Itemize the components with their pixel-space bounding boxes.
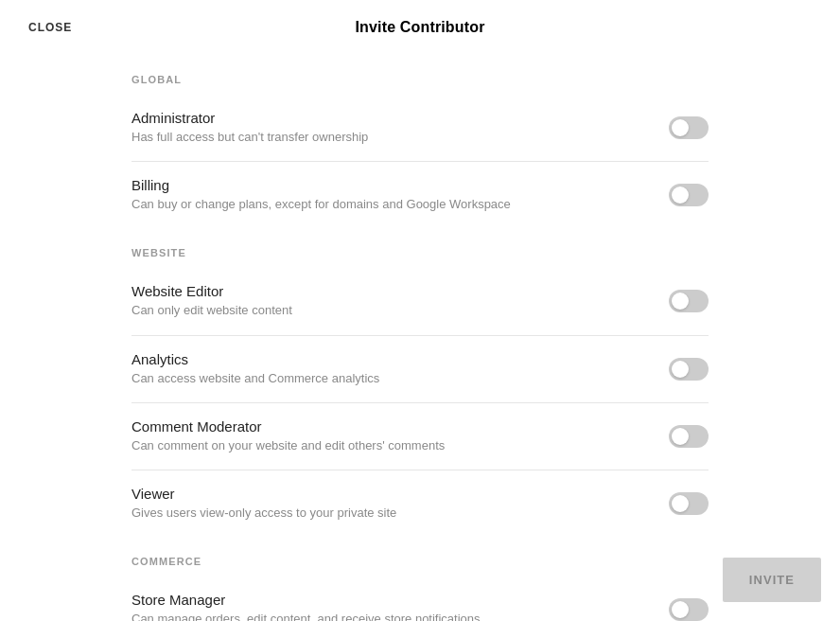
top-bar: CLOSE Invite Contributor (0, 0, 840, 55)
toggle-track-analytics (669, 358, 709, 381)
permission-name-viewer: Viewer (131, 486, 650, 502)
permission-desc-viewer: Gives users view-only access to your pri… (131, 505, 650, 522)
section-label-global: GLOBAL (131, 74, 709, 85)
toggle-thumb-store-manager (672, 601, 689, 618)
permission-desc-website-editor: Can only edit website content (131, 302, 650, 319)
toggle-thumb-administrator (672, 119, 689, 136)
page-title: Invite Contributor (355, 19, 484, 36)
toggle-billing[interactable] (669, 184, 709, 206)
toggle-store-manager[interactable] (669, 598, 709, 621)
permission-row-store-manager: Store ManagerCan manage orders, edit con… (131, 577, 709, 621)
permission-name-store-manager: Store Manager (131, 592, 650, 608)
section-label-website: WEBSITE (131, 247, 709, 258)
permission-info-website-editor: Website EditorCan only edit website cont… (131, 283, 669, 319)
toggle-thumb-billing (672, 186, 689, 204)
toggle-thumb-viewer (672, 495, 689, 512)
toggle-track-billing (669, 184, 709, 206)
permission-row-viewer: ViewerGives users view-only access to yo… (131, 470, 709, 537)
permission-desc-billing: Can buy or change plans, except for doma… (131, 196, 650, 213)
toggle-track-administrator (669, 116, 709, 139)
toggle-viewer[interactable] (669, 492, 709, 515)
toggle-analytics[interactable] (669, 358, 709, 381)
permission-info-comment-moderator: Comment ModeratorCan comment on your web… (131, 418, 669, 454)
section-website: WEBSITEWebsite EditorCan only edit websi… (131, 247, 709, 537)
section-global: GLOBALAdministratorHas full access but c… (131, 74, 709, 228)
toggle-administrator[interactable] (669, 116, 709, 139)
toggle-track-comment-moderator (669, 425, 709, 448)
permission-name-comment-moderator: Comment Moderator (131, 418, 650, 435)
section-commerce: COMMERCEStore ManagerCan manage orders, … (131, 556, 709, 621)
permission-info-administrator: AdministratorHas full access but can't t… (131, 110, 669, 146)
permission-info-billing: BillingCan buy or change plans, except f… (131, 177, 669, 213)
toggle-thumb-website-editor (672, 293, 689, 310)
permission-row-website-editor: Website EditorCan only edit website cont… (131, 268, 709, 335)
toggle-website-editor[interactable] (669, 290, 709, 312)
permission-name-administrator: Administrator (131, 110, 650, 126)
section-label-commerce: COMMERCE (131, 556, 709, 567)
permission-row-analytics: AnalyticsCan access website and Commerce… (131, 336, 709, 403)
permission-name-analytics: Analytics (131, 351, 650, 367)
permission-info-store-manager: Store ManagerCan manage orders, edit con… (131, 592, 669, 621)
toggle-comment-moderator[interactable] (669, 425, 709, 448)
permission-desc-store-manager: Can manage orders, edit content, and rec… (131, 611, 650, 621)
close-button[interactable]: CLOSE (28, 21, 72, 34)
permission-name-billing: Billing (131, 177, 650, 193)
permission-info-viewer: ViewerGives users view-only access to yo… (131, 486, 669, 522)
permission-desc-analytics: Can access website and Commerce analytic… (131, 370, 650, 387)
permission-row-comment-moderator: Comment ModeratorCan comment on your web… (131, 403, 709, 470)
permission-desc-administrator: Has full access but can't transfer owner… (131, 129, 650, 146)
permission-desc-comment-moderator: Can comment on your website and edit oth… (131, 437, 650, 454)
main-content: GLOBALAdministratorHas full access but c… (113, 74, 727, 621)
toggle-thumb-comment-moderator (672, 428, 689, 445)
toggle-track-website-editor (669, 290, 709, 312)
toggle-track-viewer (669, 492, 709, 515)
toggle-track-store-manager (669, 598, 709, 621)
permission-info-analytics: AnalyticsCan access website and Commerce… (131, 351, 669, 387)
permission-name-website-editor: Website Editor (131, 283, 650, 299)
toggle-thumb-analytics (672, 361, 689, 378)
permission-row-billing: BillingCan buy or change plans, except f… (131, 162, 709, 228)
permission-row-administrator: AdministratorHas full access but can't t… (131, 95, 709, 162)
invite-button[interactable]: INVITE (723, 558, 821, 602)
